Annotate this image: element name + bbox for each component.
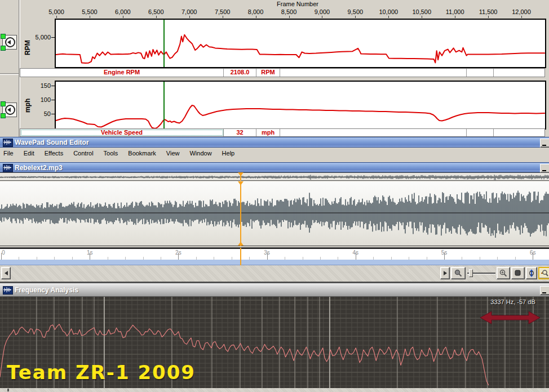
frame-tick-label: 10,000: [379, 8, 398, 15]
document-title-bar[interactable]: Rebelext2.mp3: [0, 162, 549, 172]
menu-item-tools[interactable]: Tools: [99, 149, 123, 158]
frame-axis-title: Frame Number: [261, 1, 334, 7]
minimize-icon[interactable]: [540, 139, 549, 148]
frequency-analysis-title-bar[interactable]: Frequency Analysis: [0, 283, 549, 297]
frame-tick-mark: [223, 16, 223, 18]
menu-item-view[interactable]: View: [161, 149, 185, 158]
measurement-arrow-icon: [480, 310, 540, 327]
playback-cursor[interactable]: [240, 172, 241, 181]
menu-item-file[interactable]: File: [0, 149, 19, 158]
frame-tick-mark: [256, 16, 256, 18]
playback-cursor[interactable]: [240, 181, 241, 246]
frame-tick-label: 9,000: [315, 8, 330, 15]
rpm-y-tick-label: 5,000: [20, 34, 51, 41]
rpm-trace-name[interactable]: Engine RPM: [20, 69, 224, 77]
frame-tick-mark: [455, 16, 455, 18]
frame-tick-label: 6,500: [148, 8, 164, 15]
status-spacer: [280, 69, 467, 77]
zoom-fit-button[interactable]: [511, 267, 525, 279]
frame-tick-mark: [322, 16, 322, 18]
selection-handle: [1, 34, 6, 39]
frame-tick-label: 8,500: [281, 8, 297, 15]
frame-tick-label: 6,000: [115, 8, 131, 15]
frame-tick-label: 5,000: [48, 8, 64, 15]
vertical-zoom-button[interactable]: [526, 267, 537, 279]
waveform-overview-strip[interactable]: [0, 172, 549, 181]
minimize-icon[interactable]: [540, 164, 549, 173]
rpm-cursor-line[interactable]: [163, 20, 165, 67]
spectrum-scrollbar-thumb[interactable]: [7, 389, 9, 391]
rpm-axis-label: RPM: [24, 40, 32, 55]
zoom-out-button[interactable]: [451, 267, 466, 279]
window-gap: [0, 158, 549, 162]
speed-status-bar: Vehicle Speed 32 mph: [20, 128, 545, 137]
zoom-slider-thumb[interactable]: [469, 269, 473, 277]
arrow-right-icon: [444, 271, 447, 275]
waveform-icon: [3, 286, 13, 295]
frame-tick-label: 5,500: [82, 8, 98, 15]
wavepad-title-bar[interactable]: WavePad Sound Editor: [0, 137, 549, 148]
menu-item-effects[interactable]: Effects: [39, 149, 68, 158]
frame-tick-label: 9,500: [348, 8, 364, 15]
window-title: WavePad Sound Editor: [15, 139, 89, 146]
menu-item-control[interactable]: Control: [68, 149, 98, 158]
frame-tick-mark: [56, 16, 57, 18]
frame-tick-mark: [90, 16, 90, 18]
waveform-main-view[interactable]: [0, 181, 549, 246]
frame-tick-mark: [422, 16, 422, 18]
speed-cursor-line[interactable]: [163, 82, 165, 128]
selection-handle: [1, 46, 6, 51]
status-spacer: [494, 69, 544, 77]
arrow-left-icon: [5, 271, 8, 275]
wavepad-menu-bar: File Edit Effects Control Tools Bookmark…: [0, 148, 549, 159]
status-spacer: [467, 129, 494, 136]
magnifier-icon: [454, 269, 462, 277]
frame-tick-mark: [189, 16, 190, 18]
frame-tick-label: 11,500: [479, 8, 498, 15]
menu-item-bookmark[interactable]: Bookmark: [123, 149, 161, 158]
frame-tick-mark: [156, 16, 157, 18]
ruler-time-label: 2s: [175, 250, 181, 256]
status-spacer: [494, 129, 544, 136]
frame-tick-mark: [289, 16, 290, 18]
status-spacer: [467, 69, 494, 77]
zoom-in-button[interactable]: [497, 267, 510, 279]
waveform-icon: [3, 139, 13, 147]
frame-tick-label: 8,000: [248, 8, 264, 15]
zoom-slider[interactable]: [467, 267, 495, 279]
rpm-gauge-button[interactable]: [2, 35, 17, 50]
ruler-time-label: 3s: [264, 250, 270, 256]
menu-item-window[interactable]: Window: [184, 149, 216, 158]
frame-tick-label: 11,000: [446, 8, 464, 15]
zoom-selection-button[interactable]: [538, 267, 549, 279]
spectrum-scrollbar[interactable]: [0, 388, 549, 392]
waveform-icon: [3, 164, 13, 172]
frame-tick-mark: [355, 16, 356, 18]
zoom-fit-icon: [514, 269, 522, 277]
playback-cursor-bottom-marker[interactable]: [238, 242, 243, 246]
minimize-icon[interactable]: [540, 286, 549, 295]
speed-trace-name[interactable]: Vehicle Speed: [20, 129, 224, 136]
speed-chart[interactable]: [55, 81, 546, 130]
rpm-chart[interactable]: [55, 19, 546, 68]
zoom-selection-icon: [541, 269, 548, 277]
vertical-zoom-icon: [528, 269, 535, 277]
rpm-unit: RPM: [256, 69, 280, 77]
menu-item-edit[interactable]: Edit: [19, 149, 39, 158]
scroll-right-button[interactable]: [440, 267, 450, 279]
document-title: Rebelext2.mp3: [15, 164, 63, 172]
speed-gauge-button[interactable]: [2, 103, 17, 117]
selection-handle: [1, 101, 6, 106]
rpm-status-bar: Engine RPM 2108.0 RPM: [20, 68, 545, 77]
menu-item-help[interactable]: Help: [217, 149, 240, 158]
speed-unit: mph: [256, 129, 280, 136]
scroll-left-button[interactable]: [1, 267, 11, 279]
playback-cursor[interactable]: [240, 248, 241, 265]
selection-strip[interactable]: [0, 260, 549, 265]
frame-tick-mark: [123, 16, 123, 18]
frequency-readout: 3337 Hz, -57 dB: [472, 299, 549, 305]
time-ruler[interactable]: 01s2s3s4s5s6s: [0, 248, 549, 260]
scroll-zoom-bar: [0, 265, 549, 282]
datalogger-panel: Frame Number 5,0005,5006,0006,5007,0007,…: [0, 0, 549, 137]
speed-axis-label: mph: [24, 99, 32, 113]
